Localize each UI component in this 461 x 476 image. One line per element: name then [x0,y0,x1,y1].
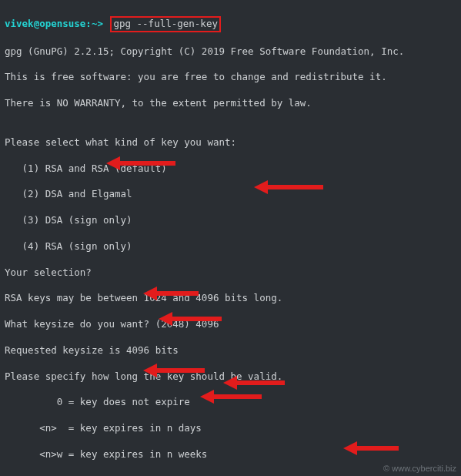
out-line: Please select what kind of key you want: [5,136,456,149]
out-line: (3) DSA (sign only) [5,214,456,227]
out-line: There is NO WARRANTY, to the extent perm… [5,97,456,110]
out-line: RSA keys may be between 1024 and 4096 bi… [5,292,456,305]
out-line: Your selection? [5,266,456,280]
out-line: <n> = key expires in n days [5,422,456,435]
out-line: This is free software: you are free to c… [5,71,456,84]
prompt-line: vivek@opensuse:~> gpg --full-gen-key [5,16,456,32]
command-highlight-box: gpg --full-gen-key [110,16,220,32]
out-line: (2) DSA and Elgamal [5,188,456,201]
terminal-output: vivek@opensuse:~> gpg --full-gen-key gpg… [0,0,461,476]
out-line: (1) RSA and RSA (default) [5,163,456,176]
watermark-text: © www.cyberciti.biz [383,463,456,474]
command-text: gpg --full-gen-key [113,18,217,29]
out-line: (4) RSA (sign only) [5,240,456,253]
prompt-user: vivek@opensuse [5,18,85,29]
out-line: Please specify how long the key should b… [5,370,456,384]
out-line: 0 = key does not expire [5,396,456,409]
prompt-path: :~> [85,18,103,29]
out-line: What keysize do you want? (2048) 4096 [5,318,456,331]
out-line: gpg (GnuPG) 2.2.15; Copyright (C) 2019 F… [5,45,456,59]
out-line: <n>w = key expires in n weeks [5,448,456,461]
out-line: Requested keysize is 4096 bits [5,344,456,357]
